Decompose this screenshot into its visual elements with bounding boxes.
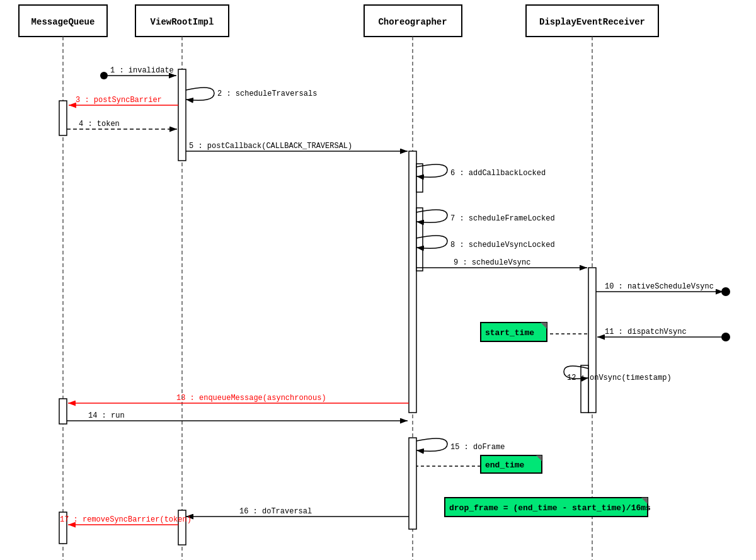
svg-point-25 — [100, 72, 108, 79]
svg-rect-4 — [364, 5, 462, 37]
svg-text:end_time: end_time — [485, 460, 525, 470]
svg-text:9 : scheduleVsync: 9 : scheduleVsync — [454, 258, 530, 267]
sequence-diagram: MessageQueue ViewRootImpl Choreographer … — [0, 0, 756, 560]
svg-text:15 : doFrame: 15 : doFrame — [450, 443, 505, 452]
svg-rect-19 — [409, 438, 416, 529]
svg-rect-14 — [409, 151, 416, 413]
svg-marker-59 — [541, 323, 547, 329]
svg-rect-0 — [19, 5, 107, 37]
svg-rect-15 — [416, 164, 423, 192]
svg-rect-61 — [481, 455, 542, 473]
svg-text:6 : addCallbackLocked: 6 : addCallbackLocked — [450, 169, 546, 178]
svg-text:start_time: start_time — [485, 328, 534, 338]
svg-marker-62 — [536, 455, 542, 461]
svg-rect-17 — [588, 268, 596, 413]
svg-text:11 : dispatchVsync: 11 : dispatchVsync — [605, 328, 687, 336]
svg-text:MessageQueue: MessageQueue — [32, 17, 95, 27]
svg-rect-2 — [135, 5, 229, 37]
svg-text:17 : removeSyncBarrier(token): 17 : removeSyncBarrier(token) — [60, 515, 192, 524]
svg-text:10 : nativeScheduleVsync: 10 : nativeScheduleVsync — [605, 282, 714, 291]
diagram-svg: MessageQueue ViewRootImpl Choreographer … — [0, 0, 756, 560]
svg-text:7 : scheduleFrameLocked: 7 : scheduleFrameLocked — [450, 214, 555, 223]
svg-text:ViewRootImpl: ViewRootImpl — [151, 17, 214, 27]
svg-rect-6 — [526, 5, 658, 37]
svg-text:12 : onVsync(timestamp): 12 : onVsync(timestamp) — [567, 374, 672, 382]
svg-point-44 — [721, 333, 730, 341]
svg-rect-22 — [59, 512, 67, 544]
svg-text:3 : postSyncBarrier: 3 : postSyncBarrier — [76, 96, 162, 105]
svg-text:14 : run: 14 : run — [88, 411, 125, 420]
svg-text:Choreographer: Choreographer — [378, 17, 447, 27]
svg-text:4 : token: 4 : token — [79, 120, 120, 129]
svg-rect-13 — [59, 101, 67, 135]
svg-text:5 : postCallback(CALLBACK_TRAV: 5 : postCallback(CALLBACK_TRAVERSAL) — [189, 142, 352, 151]
svg-text:8 : scheduleVsyncLocked: 8 : scheduleVsyncLocked — [450, 241, 555, 249]
svg-text:16 : doTraversal: 16 : doTraversal — [239, 507, 312, 516]
svg-text:2 : scheduleTraversals: 2 : scheduleTraversals — [217, 89, 317, 98]
svg-rect-16 — [416, 208, 423, 271]
svg-rect-18 — [581, 365, 588, 413]
svg-text:13 : enqueueMessage(asynchrono: 13 : enqueueMessage(asynchronous) — [176, 394, 326, 403]
svg-rect-12 — [178, 69, 186, 161]
svg-text:drop_frame = (end_time - start: drop_frame = (end_time - start_time)/16m… — [449, 503, 651, 513]
svg-marker-65 — [641, 498, 648, 504]
svg-point-41 — [721, 287, 730, 296]
svg-rect-21 — [178, 510, 186, 545]
svg-rect-64 — [445, 498, 648, 517]
svg-text:DisplayEventReceiver: DisplayEventReceiver — [539, 17, 645, 27]
svg-text:1 : invalidate: 1 : invalidate — [110, 66, 174, 75]
svg-rect-20 — [59, 399, 67, 424]
svg-rect-58 — [481, 323, 547, 341]
